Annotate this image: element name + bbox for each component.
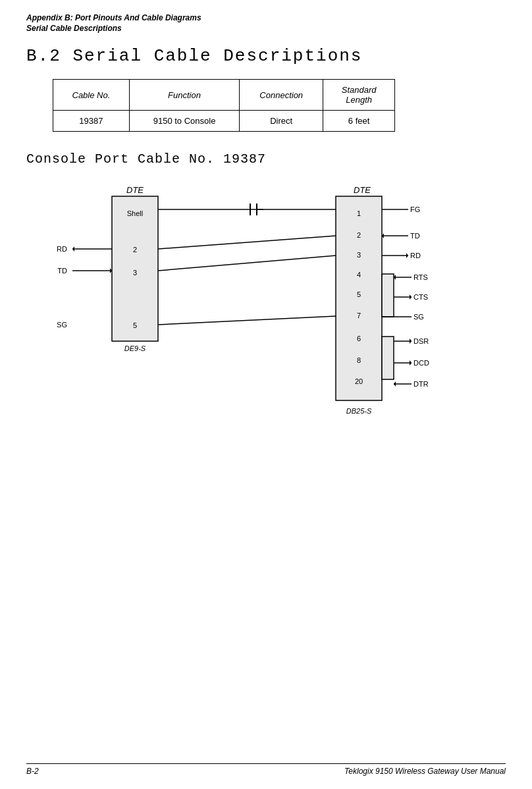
page-footer: B-2 Teklogix 9150 Wireless Gateway User … [26,763,506,776]
left-dte-label: DTE [126,185,144,195]
td-label: TD [57,267,67,275]
right-pin-4: 4 [357,271,361,279]
left-pin-3: 3 [133,269,137,277]
col-header-standard-length: StandardLength [323,80,395,111]
sg-left-label: SG [57,321,67,329]
right-pin-1: 1 [357,209,361,217]
dcd-label: DCD [413,359,429,367]
right-connector-label: DB25-S [346,407,372,415]
right-pin-20: 20 [355,377,363,385]
table-row: 19387 9150 to Console Direct 6 feet [53,111,395,132]
right-pin-6: 6 [357,335,361,342]
wire-3-3 [158,256,336,271]
right-bracket-2 [382,337,394,379]
footer-manual-title: Teklogix 9150 Wireless Gateway User Manu… [344,767,506,776]
cts-label: CTS [413,293,428,301]
wire-2-2 [158,236,336,249]
right-connector-main [336,196,382,400]
wire-5-7 [158,316,336,325]
dcd-arrow [410,360,412,366]
cell-connection: Direct [240,111,323,132]
section-title: B.2 Serial Cable Descriptions [26,46,506,66]
rts-label: RTS [413,273,428,281]
right-td-label: TD [410,232,420,240]
right-pin-3: 3 [357,251,361,259]
right-pin-5: 5 [357,290,361,298]
cable-table: Cable No. Function Connection StandardLe… [53,79,395,132]
left-connector-label: DE9-S [124,344,146,352]
left-pin-shell: Shell [127,209,143,217]
subsection-title: Console Port Cable No. 19387 [26,151,506,167]
breadcrumb-2: Serial Cable Descriptions [26,24,506,33]
col-header-function: Function [129,80,239,111]
right-pin-7: 7 [357,312,361,319]
dsr-arrow [410,339,412,344]
cell-standard-length: 6 feet [323,111,395,132]
diagram-svg: DTE DTE Shell 2 3 5 DE9-S 1 2 3 4 5 7 6 … [40,180,500,456]
rd-label: RD [57,245,67,253]
cell-cable-no: 19387 [53,111,130,132]
right-rd-arrow [406,253,408,258]
left-pin-2: 2 [133,246,137,254]
cable-diagram: DTE DTE Shell 2 3 5 DE9-S 1 2 3 4 5 7 6 … [40,180,500,456]
right-bracket-1 [382,274,394,317]
footer-page-number: B-2 [26,767,39,776]
dsr-label: DSR [413,337,429,345]
cell-function: 9150 to Console [129,111,239,132]
right-rd-label: RD [410,252,421,259]
dtr-label: DTR [413,380,429,388]
right-pin-8: 8 [357,356,361,364]
right-pin-2: 2 [357,231,361,239]
dtr-arrow [394,381,396,387]
breadcrumb-1: Appendix B: Port Pinouts And Cable Diagr… [26,13,506,22]
right-dte-label: DTE [354,185,371,195]
rd-arrow [72,246,74,252]
cts-arrow [410,294,412,300]
left-pin-5: 5 [133,321,137,329]
col-header-cable-no: Cable No. [53,80,130,111]
fg-label: FG [410,205,420,213]
right-sg-label: SG [413,313,424,321]
col-header-connection: Connection [240,80,323,111]
